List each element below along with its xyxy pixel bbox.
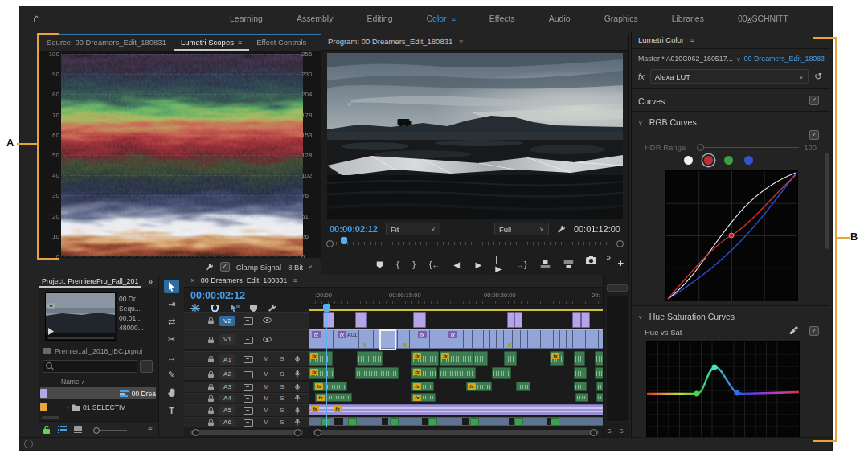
white-channel-dot[interactable] — [684, 156, 693, 165]
bit-depth-select[interactable]: 8 Bit ∨ — [288, 263, 313, 272]
track-lock-icon[interactable] — [208, 371, 214, 378]
mute-button[interactable]: M — [263, 370, 269, 378]
track-target-a4[interactable]: A4 — [219, 395, 235, 402]
sequence-clip-label[interactable]: 00 Dreamers_Edit_180831... — [744, 55, 825, 63]
timeline-ruler[interactable]: :00:0000:00:15:0000:00:30:0000: — [309, 291, 604, 305]
meters-scroll-stub[interactable] — [607, 284, 628, 292]
panel-menu-icon[interactable]: ≡ — [459, 38, 463, 46]
track-target-v1[interactable]: V1 — [219, 334, 235, 345]
program-playhead[interactable] — [341, 237, 347, 244]
label-swatch[interactable] — [40, 389, 47, 398]
voiceover-mic-icon[interactable] — [295, 407, 300, 415]
solo-button[interactable]: S — [279, 355, 285, 362]
workspace-tab-effects[interactable]: Effects — [473, 6, 532, 31]
track-lock-icon[interactable] — [208, 395, 214, 402]
scopes-tab[interactable]: Effect Controls — [249, 35, 313, 51]
audio-clip-a1[interactable] — [504, 351, 517, 366]
audio-clip-a1[interactable] — [574, 351, 585, 366]
timeline-playhead-head[interactable] — [323, 304, 330, 312]
hue-sat-curves-section[interactable]: ∨ Hue Saturation Curves — [638, 312, 830, 321]
icon-view-icon[interactable] — [74, 426, 82, 433]
track-header-a1[interactable]: A1MS — [184, 351, 309, 367]
audio-clip-a1[interactable]: fx — [550, 351, 564, 366]
audio-clip-a2[interactable] — [355, 367, 399, 379]
green-channel-dot[interactable] — [724, 156, 733, 165]
source-patch-icon[interactable] — [244, 419, 253, 427]
video-clip-v2[interactable] — [507, 312, 514, 328]
audio-clip-a3[interactable]: fx — [466, 382, 492, 391]
master-clip-label[interactable]: Master * A010C062_160517... — [638, 55, 733, 63]
meter-solo-buttons[interactable]: S S — [604, 427, 630, 435]
mute-button[interactable]: M — [263, 407, 269, 414]
track-header-a3[interactable]: A3MS — [184, 382, 309, 393]
extract-button[interactable] — [564, 260, 574, 268]
music-clip-a5[interactable]: fxfx — [309, 404, 604, 415]
solo-button[interactable]: S — [279, 395, 285, 402]
go-to-in-button[interactable]: {← — [429, 260, 440, 269]
hdr-range-slider-knob[interactable] — [697, 144, 704, 151]
clamp-signal-checkbox[interactable]: ✓ — [220, 262, 230, 272]
playback-resolution-select[interactable]: Full∨ — [494, 223, 549, 235]
label-swatch[interactable] — [40, 403, 47, 411]
workspace-tab-assembly[interactable]: Assembly — [280, 6, 350, 31]
voiceover-mic-icon[interactable] — [295, 395, 300, 402]
toggle-track-output-eye-icon[interactable] — [263, 317, 272, 323]
workspace-tab-libraries[interactable]: Libraries — [655, 6, 721, 31]
program-scrubber[interactable] — [330, 239, 620, 247]
tool-selection[interactable] — [164, 280, 179, 293]
clip-preview-thumbnail[interactable] — [45, 292, 117, 341]
workspace-tab-learning[interactable]: Learning — [213, 6, 280, 31]
video-clip-v2[interactable] — [355, 312, 367, 328]
search-input[interactable] — [43, 360, 137, 373]
play-preview-icon[interactable] — [47, 328, 55, 335]
step-forward-button[interactable]: |▶ — [495, 256, 502, 273]
panel-menu-icon[interactable]: ≡ — [238, 39, 242, 47]
filter-bin-button[interactable] — [140, 360, 153, 373]
mute-button[interactable]: M — [263, 395, 269, 402]
project-panel-tab[interactable]: Project: PremierePro_Fall_201 — [39, 275, 141, 288]
lumetri-panel-header[interactable]: Lumetri Color ≡ — [632, 32, 830, 49]
track-header-a6[interactable]: A6MS — [184, 417, 309, 427]
adaptive-track-a6[interactable] — [309, 417, 604, 426]
workspace-tab-graphics[interactable]: Graphics — [588, 6, 655, 31]
hue-vs-sat-checkbox[interactable]: ✓ — [809, 326, 819, 336]
tool-hand[interactable] — [164, 386, 179, 399]
timeline-clips-area[interactable]: fxfxfxfxA01fxfxfxfxfxfxfxfxfxfxfxfxfx — [309, 311, 604, 438]
tool-type[interactable]: T — [164, 403, 179, 417]
source-patch-icon[interactable] — [244, 356, 253, 363]
curves-enable-checkbox[interactable]: ✓ — [809, 96, 819, 105]
audio-clip-a4[interactable]: fx — [315, 393, 352, 402]
track-header-a5[interactable]: A5MS — [184, 404, 309, 417]
workspace-tab-editing[interactable]: Editing — [350, 6, 409, 31]
track-header-a4[interactable]: A4MS — [184, 393, 309, 403]
project-file-row[interactable]: Premier..all_2018_IBC.prproj — [43, 347, 142, 355]
audio-clip-a1[interactable]: fx — [309, 351, 333, 366]
audio-clip-a1[interactable] — [473, 351, 488, 366]
eyedropper-icon[interactable] — [789, 326, 798, 335]
tool-ripple-edit[interactable]: ⇄ — [164, 315, 179, 329]
program-settings-wrench-icon[interactable] — [557, 225, 566, 234]
close-tab-icon[interactable]: × — [190, 276, 194, 284]
tool-slip[interactable]: ↔ — [164, 350, 179, 364]
voiceover-mic-icon[interactable] — [295, 384, 300, 391]
blue-channel-dot[interactable] — [744, 156, 753, 165]
track-lock-icon[interactable] — [208, 407, 214, 414]
audio-clip-a1[interactable]: fx — [411, 351, 439, 366]
lift-button[interactable] — [541, 260, 551, 268]
video-clip-v2[interactable] — [413, 312, 426, 328]
mark-out-button[interactable]: } — [413, 260, 416, 269]
home-icon[interactable]: ⌂ — [33, 11, 40, 26]
audio-clip-a3[interactable]: fx — [411, 382, 434, 391]
preview-scrub-bar[interactable] — [48, 337, 114, 339]
voiceover-mic-icon[interactable] — [295, 370, 300, 378]
red-channel-dot[interactable] — [704, 156, 713, 165]
project-overflow-icon[interactable]: » — [148, 277, 158, 286]
audio-clip-a2[interactable] — [439, 367, 476, 379]
zoom-slider-knob[interactable] — [93, 427, 100, 434]
mute-button[interactable]: M — [263, 383, 269, 390]
audio-clip-a2[interactable]: fx — [309, 367, 334, 379]
workspace-overflow-icon[interactable]: » — [747, 6, 752, 31]
track-header-v2[interactable]: V2 — [184, 312, 309, 329]
track-lock-icon[interactable] — [208, 337, 214, 343]
project-item-bin[interactable]: › 01 SELECTIV — [40, 401, 156, 413]
